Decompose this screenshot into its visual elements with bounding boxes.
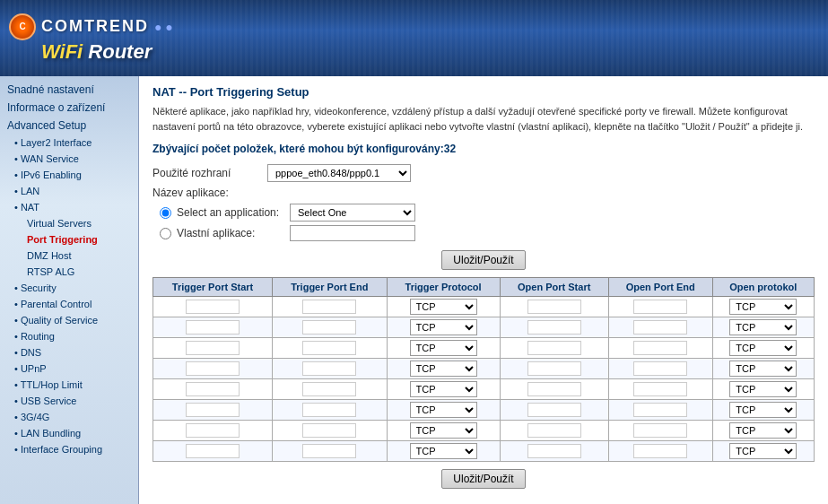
router-text: Router (83, 40, 152, 63)
interface-select[interactable]: pppoe_eth0.848/ppp0.1 (267, 164, 411, 182)
trigger-protocol-select[interactable]: TCPUDPTCP/UDP (410, 361, 477, 377)
trigger-port-end-input[interactable] (302, 444, 356, 458)
col-trigger-protocol: Trigger Protocol (387, 278, 500, 297)
select-app-radio[interactable] (160, 207, 171, 219)
sidebar-item-layer2[interactable]: • Layer2 Interface (0, 135, 138, 151)
trigger-port-end-input[interactable] (302, 382, 356, 396)
col-open-end: Open Port End (608, 278, 712, 297)
save-btn-row-bottom: Uložit/Použít (153, 469, 815, 489)
custom-app-radio[interactable] (160, 228, 171, 239)
trigger-port-end-input[interactable] (302, 300, 356, 314)
nat-table: Trigger Port Start Trigger Port End Trig… (153, 277, 815, 462)
trigger-port-end-input[interactable] (302, 361, 356, 376)
brand-icon: C (9, 13, 36, 40)
sidebar-item-security[interactable]: • Security (0, 280, 138, 296)
sidebar-item-3g[interactable]: • 3G/4G (0, 409, 138, 425)
save-button-top[interactable]: Uložit/Použít (441, 250, 525, 270)
sidebar-item-dmz[interactable]: DMZ Host (0, 248, 138, 264)
items-remaining: Zbývající počet položek, které mohou být… (153, 143, 815, 155)
open-port-end-input[interactable] (633, 300, 687, 314)
sidebar-item-informace[interactable]: Informace o zařízení (0, 99, 138, 117)
trigger-protocol-select[interactable]: TCPUDPTCP/UDP (410, 381, 477, 397)
sidebar-item-parental[interactable]: • Parental Control (0, 296, 138, 312)
table-row: TCPUDPTCP/UDPTCPUDPTCP/UDP (153, 441, 815, 462)
open-port-end-input[interactable] (633, 341, 687, 355)
open-port-end-input[interactable] (633, 361, 687, 376)
header: C COMTREND ● ● WiFi Router (0, 0, 828, 76)
custom-app-row: Vlastní aplikace: (160, 225, 815, 241)
open-protocol-select[interactable]: TCPUDPTCP/UDP (729, 402, 797, 418)
trigger-port-start-input[interactable] (186, 341, 240, 355)
open-port-start-input[interactable] (527, 300, 581, 314)
sidebar-item-wan[interactable]: • WAN Service (0, 151, 138, 167)
open-port-start-input[interactable] (527, 320, 581, 335)
select-app-radio-label: Select an application: (177, 206, 284, 219)
sidebar-item-upnp[interactable]: • UPnP (0, 361, 138, 377)
sidebar-item-routing[interactable]: • Routing (0, 328, 138, 344)
open-protocol-select[interactable]: TCPUDPTCP/UDP (729, 422, 797, 439)
trigger-port-end-input[interactable] (302, 423, 356, 438)
sidebar-item-rtsp[interactable]: RTSP ALG (0, 264, 138, 280)
trigger-port-start-input[interactable] (186, 320, 240, 335)
open-port-start-input[interactable] (527, 403, 581, 417)
sidebar-item-port-triggering[interactable]: Port Triggering (0, 231, 138, 248)
sidebar-item-iface-group[interactable]: • Interface Grouping (0, 441, 138, 457)
table-row: TCPUDPTCP/UDPTCPUDPTCP/UDP (153, 359, 815, 379)
open-port-start-input[interactable] (527, 361, 581, 376)
sidebar-item-nat[interactable]: • NAT (0, 199, 138, 215)
main-layout: Snadné nastavení Informace o zařízení Ad… (0, 76, 828, 504)
open-port-start-input[interactable] (527, 341, 581, 355)
trigger-protocol-select[interactable]: TCPUDPTCP/UDP (410, 422, 477, 439)
table-row: TCPUDPTCP/UDPTCPUDPTCP/UDP (153, 317, 815, 338)
sidebar-item-qos[interactable]: • Quality of Service (0, 312, 138, 328)
trigger-port-end-input[interactable] (302, 403, 356, 417)
open-port-start-input[interactable] (527, 444, 581, 458)
open-port-start-input[interactable] (527, 423, 581, 438)
save-button-bottom[interactable]: Uložit/Použít (441, 469, 525, 489)
trigger-port-start-input[interactable] (186, 300, 240, 314)
open-port-start-input[interactable] (527, 382, 581, 396)
open-port-end-input[interactable] (633, 423, 687, 438)
trigger-port-start-input[interactable] (186, 382, 240, 396)
open-protocol-select[interactable]: TCPUDPTCP/UDP (729, 443, 797, 459)
sidebar-item-virtual[interactable]: Virtual Servers (0, 215, 138, 231)
sidebar-item-usb[interactable]: • USB Service (0, 393, 138, 409)
sidebar-item-lan-bundling[interactable]: • LAN Bundling (0, 425, 138, 441)
trigger-port-start-input[interactable] (186, 423, 240, 438)
sidebar-item-ttl[interactable]: • TTL/Hop Limit (0, 377, 138, 393)
custom-app-input[interactable] (290, 225, 415, 241)
open-port-end-input[interactable] (633, 382, 687, 396)
open-port-end-input[interactable] (633, 444, 687, 458)
sidebar-item-snadne[interactable]: Snadné nastavení (0, 81, 138, 99)
trigger-protocol-select[interactable]: TCPUDPTCP/UDP (410, 319, 477, 335)
trigger-protocol-select[interactable]: TCPUDPTCP/UDP (410, 299, 477, 315)
col-open-start: Open Port Start (500, 278, 608, 297)
page-description: Některé aplikace, jako například hry, vi… (153, 104, 815, 134)
application-select[interactable]: Select One (290, 204, 415, 222)
trigger-protocol-select[interactable]: TCPUDPTCP/UDP (410, 402, 477, 418)
form-section: Použité rozhraní pppoe_eth0.848/ppp0.1 N… (153, 164, 815, 241)
open-protocol-select[interactable]: TCPUDPTCP/UDP (729, 340, 797, 356)
logo-area: C COMTREND ● ● WiFi Router (9, 13, 173, 64)
sidebar-item-lan[interactable]: • LAN (0, 183, 138, 199)
app-name-label: Název aplikace: (153, 187, 260, 199)
open-protocol-select[interactable]: TCPUDPTCP/UDP (729, 299, 797, 315)
table-row: TCPUDPTCP/UDPTCPUDPTCP/UDP (153, 421, 815, 441)
trigger-port-start-input[interactable] (186, 361, 240, 376)
custom-app-label: Vlastní aplikace: (177, 227, 284, 239)
sidebar-item-ipv6[interactable]: • IPv6 Enabling (0, 167, 138, 183)
sidebar-item-dns[interactable]: • DNS (0, 344, 138, 361)
open-protocol-select[interactable]: TCPUDPTCP/UDP (729, 319, 797, 335)
open-port-end-input[interactable] (633, 320, 687, 335)
items-remaining-count: 32 (444, 143, 456, 155)
sidebar-item-advanced[interactable]: Advanced Setup (0, 117, 138, 135)
trigger-port-end-input[interactable] (302, 320, 356, 335)
open-port-end-input[interactable] (633, 403, 687, 417)
trigger-protocol-select[interactable]: TCPUDPTCP/UDP (410, 443, 477, 459)
trigger-port-start-input[interactable] (186, 444, 240, 458)
trigger-port-start-input[interactable] (186, 403, 240, 417)
open-protocol-select[interactable]: TCPUDPTCP/UDP (729, 381, 797, 397)
open-protocol-select[interactable]: TCPUDPTCP/UDP (729, 361, 797, 377)
trigger-port-end-input[interactable] (302, 341, 356, 355)
trigger-protocol-select[interactable]: TCPUDPTCP/UDP (410, 340, 477, 356)
